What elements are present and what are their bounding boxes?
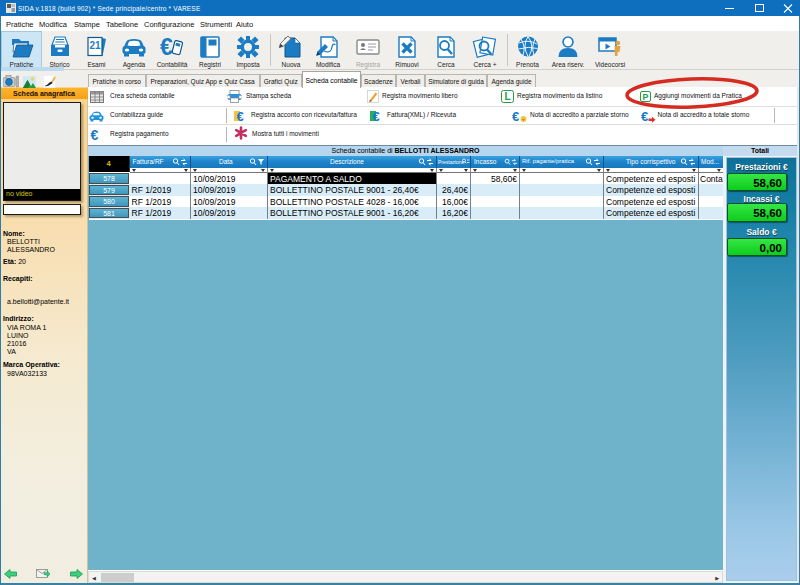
svg-text:21: 21 <box>89 40 101 51</box>
svg-text:€: € <box>236 109 243 123</box>
svg-text:€: € <box>373 109 380 123</box>
svg-text:L: L <box>504 91 510 102</box>
svg-text:€: € <box>512 109 519 123</box>
svg-text:€: € <box>160 34 173 60</box>
svg-text:€: € <box>91 127 99 141</box>
